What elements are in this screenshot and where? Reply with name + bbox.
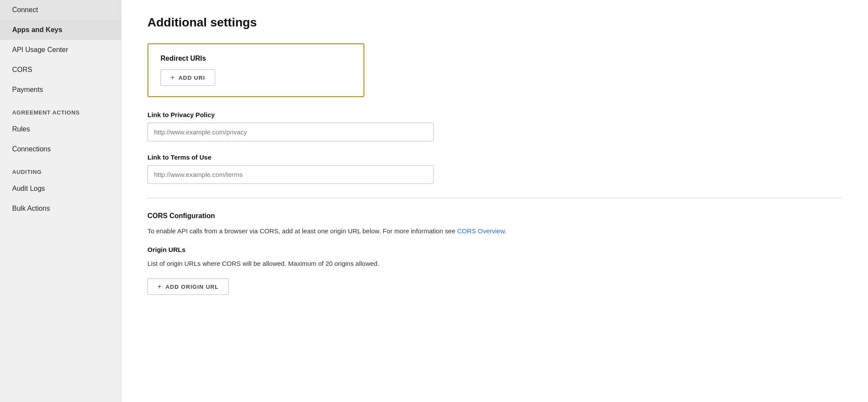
add-origin-label: ADD ORIGIN URL: [165, 284, 219, 290]
sidebar-item-apps-and-keys[interactable]: Apps and Keys: [0, 20, 121, 40]
main-content: Additional settings Redirect URIs + ADD …: [121, 0, 868, 402]
add-origin-url-button[interactable]: + ADD ORIGIN URL: [147, 278, 229, 295]
plus-icon: +: [170, 74, 175, 81]
privacy-policy-input[interactable]: [147, 123, 434, 141]
privacy-policy-section: Link to Privacy Policy: [147, 111, 842, 141]
redirect-uris-label: Redirect URIs: [160, 55, 351, 62]
sidebar-item-connect[interactable]: Connect: [0, 0, 121, 20]
cors-configuration-section: CORS Configuration To enable API calls f…: [147, 212, 842, 295]
add-uri-button[interactable]: + ADD URI: [160, 69, 215, 86]
cors-description: To enable API calls from a browser via C…: [147, 226, 842, 236]
sidebar-item-payments[interactable]: Payments: [0, 80, 121, 100]
cors-overview-link[interactable]: CORS Overview.: [457, 227, 506, 235]
cors-description-text: To enable API calls from a browser via C…: [147, 227, 457, 235]
privacy-policy-label: Link to Privacy Policy: [147, 111, 842, 118]
section-divider: [147, 198, 842, 198]
sidebar-item-cors[interactable]: CORS: [0, 60, 121, 80]
origin-urls-title: Origin URLs: [147, 246, 842, 253]
terms-of-use-input[interactable]: [147, 165, 434, 184]
terms-of-use-label: Link to Terms of Use: [147, 154, 842, 161]
add-uri-label: ADD URI: [178, 75, 205, 81]
cors-title: CORS Configuration: [147, 212, 842, 220]
plus-icon-origin: +: [157, 283, 162, 290]
sidebar-item-rules[interactable]: Rules: [0, 119, 121, 139]
sidebar: Connect Apps and Keys API Usage Center C…: [0, 0, 121, 402]
sidebar-item-api-usage-center[interactable]: API Usage Center: [0, 40, 121, 60]
redirect-uris-box: Redirect URIs + ADD URI: [147, 43, 364, 97]
sidebar-item-audit-logs[interactable]: Audit Logs: [0, 179, 121, 199]
sidebar-section-auditing: AUDITING: [0, 159, 121, 179]
terms-of-use-section: Link to Terms of Use: [147, 154, 842, 184]
sidebar-item-bulk-actions[interactable]: Bulk Actions: [0, 199, 121, 219]
page-title: Additional settings: [147, 16, 842, 29]
sidebar-item-connections[interactable]: Connections: [0, 139, 121, 159]
sidebar-section-agreement-actions: AGREEMENT ACTIONS: [0, 100, 121, 119]
origin-urls-description: List of origin URLs where CORS will be a…: [147, 258, 842, 269]
